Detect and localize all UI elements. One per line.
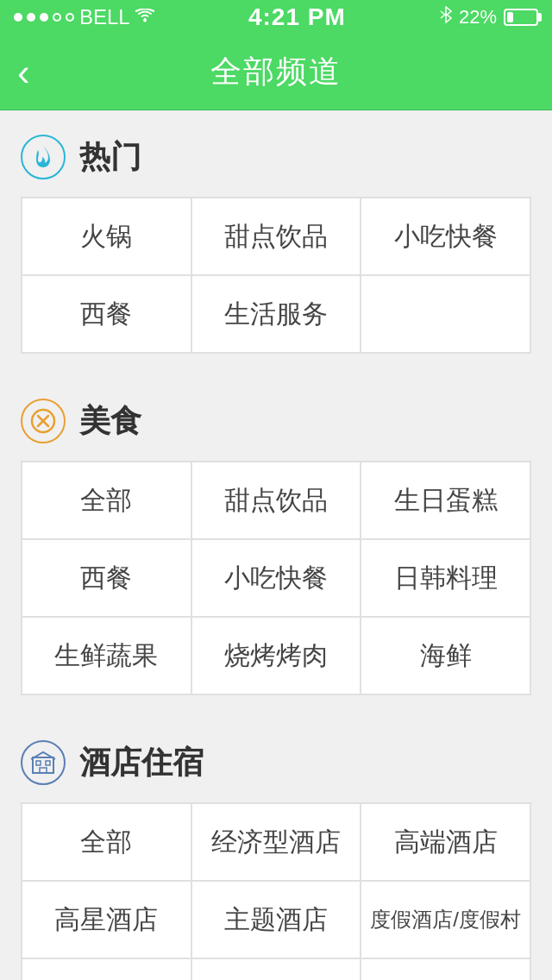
section-title-hotel: 酒店住宿 — [79, 742, 204, 784]
section-header-food: 美食 — [21, 399, 531, 443]
section-title-food: 美食 — [79, 400, 141, 443]
battery-icon — [504, 9, 538, 26]
grid-item[interactable]: 小吃快餐 — [361, 198, 530, 274]
battery-percent: 22% — [459, 6, 497, 28]
grid-item[interactable]: 青年旅社 — [192, 959, 361, 980]
grid-item[interactable]: 甜点饮品 — [192, 462, 361, 538]
wifi-icon — [135, 9, 154, 27]
section-header-hotel: 酒店住宿 — [21, 740, 531, 785]
carrier-label: BELL — [79, 5, 130, 29]
section-food: 美食 全部 甜点饮品 生日蛋糕 西餐 小吃快餐 日韩料理 生鲜蔬果 烧烤烤肉 海… — [0, 374, 552, 695]
page-title: 全部频道 — [210, 51, 342, 93]
dot-1 — [14, 13, 22, 22]
bluetooth-icon — [440, 6, 452, 28]
grid-item[interactable]: 生鲜蔬果 — [22, 618, 191, 694]
grid-item[interactable]: 度假酒店/度假村 — [361, 882, 530, 958]
status-bar: BELL 4:21 PM 22% — [0, 0, 552, 35]
grid-item[interactable]: 西餐 — [22, 276, 191, 352]
grid-item[interactable]: 甜点饮品 — [192, 198, 361, 274]
content-area: 热门 火锅 甜点饮品 小吃快餐 西餐 生活服务 美食 全部 甜点饮品 — [0, 110, 552, 980]
grid-item[interactable]: 烧烤烤肉 — [192, 618, 361, 694]
hot-grid: 火锅 甜点饮品 小吃快餐 西餐 生活服务 — [21, 197, 531, 354]
signal-dots — [14, 13, 74, 22]
grid-item[interactable]: 客栈 — [22, 959, 191, 980]
grid-item[interactable]: 西餐 — [22, 540, 191, 616]
food-grid: 全部 甜点饮品 生日蛋糕 西餐 小吃快餐 日韩料理 生鲜蔬果 烧烤烤肉 海鲜 — [21, 461, 531, 695]
grid-item[interactable]: 全部 — [22, 804, 191, 880]
dot-5 — [66, 13, 74, 22]
dot-3 — [40, 13, 48, 22]
battery-fill — [507, 12, 513, 22]
hotel-grid: 全部 经济型酒店 高端酒店 高星酒店 主题酒店 度假酒店/度假村 客栈 青年旅社 — [21, 802, 531, 980]
grid-item[interactable]: 主题酒店 — [192, 882, 361, 958]
back-button[interactable]: ‹ — [17, 53, 30, 91]
grid-item[interactable]: 高星酒店 — [22, 882, 191, 958]
grid-item[interactable]: 海鲜 — [361, 618, 530, 694]
section-hotel: 酒店住宿 全部 经济型酒店 高端酒店 高星酒店 主题酒店 度假酒店/度假村 客栈… — [0, 716, 552, 980]
section-hot: 热门 火锅 甜点饮品 小吃快餐 西餐 生活服务 — [0, 110, 552, 354]
food-icon — [21, 399, 66, 443]
grid-item[interactable]: 全部 — [22, 462, 191, 538]
divider-2 — [0, 695, 552, 716]
divider-1 — [0, 354, 552, 374]
section-header-hot: 热门 — [21, 135, 531, 179]
section-title-hot: 热门 — [79, 136, 141, 179]
grid-item[interactable]: 高端酒店 — [361, 804, 530, 880]
grid-item-empty — [361, 276, 530, 352]
grid-item[interactable]: 生日蛋糕 — [361, 462, 530, 538]
grid-item[interactable]: 火锅 — [22, 198, 191, 274]
grid-item[interactable]: 小吃快餐 — [192, 540, 361, 616]
svg-point-0 — [143, 18, 147, 22]
status-left: BELL — [14, 5, 154, 29]
hotel-icon — [21, 740, 66, 785]
dot-4 — [53, 13, 61, 22]
status-right: 22% — [440, 6, 538, 28]
grid-item-empty — [361, 959, 530, 980]
svg-rect-5 — [36, 761, 41, 765]
grid-item[interactable]: 生活服务 — [192, 276, 361, 352]
dot-2 — [27, 13, 35, 22]
svg-rect-6 — [46, 761, 50, 765]
nav-bar: ‹ 全部频道 — [0, 35, 552, 110]
time-display: 4:21 PM — [248, 3, 346, 31]
grid-item[interactable]: 经济型酒店 — [192, 804, 361, 880]
hot-icon — [21, 135, 66, 179]
grid-item[interactable]: 日韩料理 — [361, 540, 530, 616]
